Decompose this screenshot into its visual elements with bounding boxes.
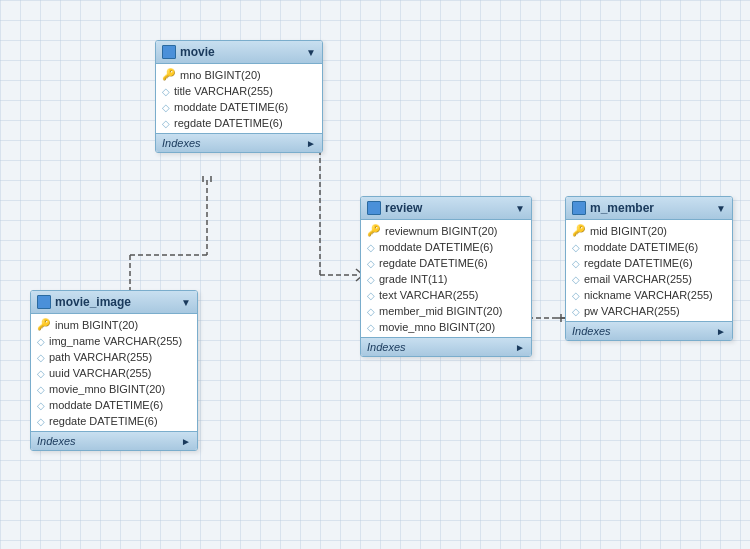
table-row: ◇ movie_mno BIGINT(20) bbox=[361, 319, 531, 335]
indexes-label: Indexes bbox=[367, 341, 406, 353]
table-icon bbox=[162, 45, 176, 59]
diamond-icon: ◇ bbox=[37, 416, 45, 427]
m-member-table: m_member ▼ 🔑 mid BIGINT(20) ◇ moddate DA… bbox=[565, 196, 733, 341]
movie-image-table: movie_image ▼ 🔑 inum BIGINT(20) ◇ img_na… bbox=[30, 290, 198, 451]
review-table-header[interactable]: review ▼ bbox=[361, 197, 531, 220]
movie-image-indexes-footer[interactable]: Indexes ► bbox=[31, 431, 197, 450]
diamond-icon: ◇ bbox=[572, 290, 580, 301]
table-row: 🔑 inum BIGINT(20) bbox=[31, 316, 197, 333]
movie-image-dropdown-arrow[interactable]: ▼ bbox=[181, 297, 191, 308]
diamond-icon: ◇ bbox=[162, 86, 170, 97]
table-row: ◇ member_mid BIGINT(20) bbox=[361, 303, 531, 319]
review-dropdown-arrow[interactable]: ▼ bbox=[515, 203, 525, 214]
key-icon: 🔑 bbox=[572, 224, 586, 237]
movie-table: movie ▼ 🔑 mno BIGINT(20) ◇ title VARCHAR… bbox=[155, 40, 323, 153]
table-row: ◇ text VARCHAR(255) bbox=[361, 287, 531, 303]
footer-arrow-icon: ► bbox=[515, 342, 525, 353]
m-member-table-name: m_member bbox=[590, 201, 654, 215]
table-row: ◇ regdate DATETIME(6) bbox=[31, 413, 197, 429]
m-member-table-body: 🔑 mid BIGINT(20) ◇ moddate DATETIME(6) ◇… bbox=[566, 220, 732, 321]
movie-image-table-name: movie_image bbox=[55, 295, 131, 309]
table-row: ◇ uuid VARCHAR(255) bbox=[31, 365, 197, 381]
diamond-icon: ◇ bbox=[572, 242, 580, 253]
diamond-icon: ◇ bbox=[367, 290, 375, 301]
table-row: 🔑 reviewnum BIGINT(20) bbox=[361, 222, 531, 239]
diamond-icon: ◇ bbox=[367, 274, 375, 285]
movie-table-body: 🔑 mno BIGINT(20) ◇ title VARCHAR(255) ◇ … bbox=[156, 64, 322, 133]
table-row: ◇ regdate DATETIME(6) bbox=[361, 255, 531, 271]
key-icon: 🔑 bbox=[367, 224, 381, 237]
diamond-icon: ◇ bbox=[162, 118, 170, 129]
field-label: movie_mno BIGINT(20) bbox=[49, 383, 165, 395]
table-row: ◇ moddate DATETIME(6) bbox=[156, 99, 322, 115]
diamond-icon: ◇ bbox=[367, 242, 375, 253]
field-label: regdate DATETIME(6) bbox=[584, 257, 693, 269]
field-label: email VARCHAR(255) bbox=[584, 273, 692, 285]
table-row: ◇ moddate DATETIME(6) bbox=[566, 239, 732, 255]
table-row: ◇ regdate DATETIME(6) bbox=[156, 115, 322, 131]
field-label: inum BIGINT(20) bbox=[55, 319, 138, 331]
table-row: ◇ grade INT(11) bbox=[361, 271, 531, 287]
diamond-icon: ◇ bbox=[37, 336, 45, 347]
diamond-icon: ◇ bbox=[367, 258, 375, 269]
diamond-icon: ◇ bbox=[162, 102, 170, 113]
field-label: movie_mno BIGINT(20) bbox=[379, 321, 495, 333]
m-member-table-header[interactable]: m_member ▼ bbox=[566, 197, 732, 220]
diamond-icon: ◇ bbox=[37, 368, 45, 379]
table-row: ◇ path VARCHAR(255) bbox=[31, 349, 197, 365]
table-row: ◇ movie_mno BIGINT(20) bbox=[31, 381, 197, 397]
movie-table-header[interactable]: movie ▼ bbox=[156, 41, 322, 64]
m-member-indexes-footer[interactable]: Indexes ► bbox=[566, 321, 732, 340]
field-label: img_name VARCHAR(255) bbox=[49, 335, 182, 347]
movie-table-name: movie bbox=[180, 45, 215, 59]
table-row: ◇ title VARCHAR(255) bbox=[156, 83, 322, 99]
movie-image-table-body: 🔑 inum BIGINT(20) ◇ img_name VARCHAR(255… bbox=[31, 314, 197, 431]
movie-indexes-footer[interactable]: Indexes ► bbox=[156, 133, 322, 152]
field-label: member_mid BIGINT(20) bbox=[379, 305, 502, 317]
table-row: ◇ email VARCHAR(255) bbox=[566, 271, 732, 287]
review-table-body: 🔑 reviewnum BIGINT(20) ◇ moddate DATETIM… bbox=[361, 220, 531, 337]
review-table-name: review bbox=[385, 201, 422, 215]
diamond-icon: ◇ bbox=[572, 258, 580, 269]
field-label: mno BIGINT(20) bbox=[180, 69, 261, 81]
table-icon bbox=[367, 201, 381, 215]
table-row: 🔑 mno BIGINT(20) bbox=[156, 66, 322, 83]
indexes-label: Indexes bbox=[162, 137, 201, 149]
field-label: regdate DATETIME(6) bbox=[379, 257, 488, 269]
diamond-icon: ◇ bbox=[37, 400, 45, 411]
footer-arrow-icon: ► bbox=[306, 138, 316, 149]
field-label: regdate DATETIME(6) bbox=[49, 415, 158, 427]
diamond-icon: ◇ bbox=[37, 384, 45, 395]
field-label: reviewnum BIGINT(20) bbox=[385, 225, 497, 237]
table-row: ◇ nickname VARCHAR(255) bbox=[566, 287, 732, 303]
field-label: moddate DATETIME(6) bbox=[49, 399, 163, 411]
field-label: title VARCHAR(255) bbox=[174, 85, 273, 97]
diamond-icon: ◇ bbox=[572, 274, 580, 285]
diamond-icon: ◇ bbox=[572, 306, 580, 317]
key-icon: 🔑 bbox=[37, 318, 51, 331]
table-icon bbox=[572, 201, 586, 215]
table-row: ◇ moddate DATETIME(6) bbox=[31, 397, 197, 413]
movie-image-table-header[interactable]: movie_image ▼ bbox=[31, 291, 197, 314]
footer-arrow-icon: ► bbox=[716, 326, 726, 337]
m-member-dropdown-arrow[interactable]: ▼ bbox=[716, 203, 726, 214]
table-row: ◇ img_name VARCHAR(255) bbox=[31, 333, 197, 349]
diamond-icon: ◇ bbox=[37, 352, 45, 363]
indexes-label: Indexes bbox=[572, 325, 611, 337]
review-table: review ▼ 🔑 reviewnum BIGINT(20) ◇ moddat… bbox=[360, 196, 532, 357]
field-label: moddate DATETIME(6) bbox=[174, 101, 288, 113]
field-label: moddate DATETIME(6) bbox=[584, 241, 698, 253]
review-indexes-footer[interactable]: Indexes ► bbox=[361, 337, 531, 356]
diamond-icon: ◇ bbox=[367, 322, 375, 333]
field-label: moddate DATETIME(6) bbox=[379, 241, 493, 253]
indexes-label: Indexes bbox=[37, 435, 76, 447]
movie-dropdown-arrow[interactable]: ▼ bbox=[306, 47, 316, 58]
field-label: uuid VARCHAR(255) bbox=[49, 367, 152, 379]
field-label: path VARCHAR(255) bbox=[49, 351, 152, 363]
field-label: grade INT(11) bbox=[379, 273, 447, 285]
table-row: ◇ pw VARCHAR(255) bbox=[566, 303, 732, 319]
table-row: ◇ moddate DATETIME(6) bbox=[361, 239, 531, 255]
field-label: pw VARCHAR(255) bbox=[584, 305, 680, 317]
footer-arrow-icon: ► bbox=[181, 436, 191, 447]
table-icon bbox=[37, 295, 51, 309]
